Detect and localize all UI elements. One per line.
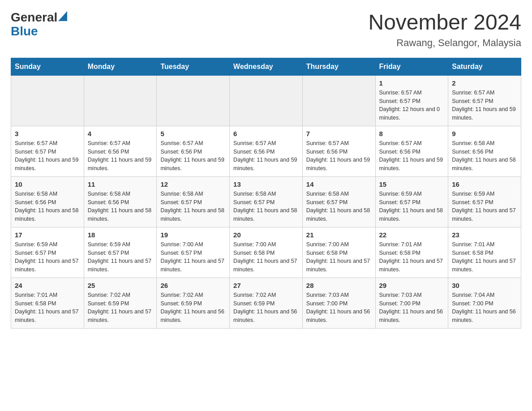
- calendar-cell: 14Sunrise: 6:58 AMSunset: 6:57 PMDayligh…: [302, 176, 375, 227]
- calendar-cell: 27Sunrise: 7:02 AMSunset: 6:59 PMDayligh…: [230, 278, 303, 328]
- day-info: Sunrise: 7:00 AMSunset: 6:57 PMDaylight:…: [160, 240, 226, 274]
- day-info: Sunrise: 7:02 AMSunset: 6:59 PMDaylight:…: [88, 291, 153, 325]
- calendar-cell: 29Sunrise: 7:03 AMSunset: 7:00 PMDayligh…: [375, 278, 448, 328]
- day-number: 1: [379, 79, 445, 87]
- day-info: Sunrise: 7:02 AMSunset: 6:59 PMDaylight:…: [160, 291, 226, 325]
- calendar-cell: 10Sunrise: 6:58 AMSunset: 6:56 PMDayligh…: [11, 176, 84, 227]
- day-number: 23: [452, 231, 517, 239]
- day-number: 11: [88, 180, 153, 188]
- calendar-cell: 12Sunrise: 6:58 AMSunset: 6:57 PMDayligh…: [157, 176, 230, 227]
- svg-marker-0: [58, 11, 67, 21]
- day-header-thursday: Thursday: [302, 58, 375, 75]
- day-info: Sunrise: 6:58 AMSunset: 6:57 PMDaylight:…: [160, 190, 226, 223]
- calendar-week-row: 24Sunrise: 7:01 AMSunset: 6:58 PMDayligh…: [11, 278, 521, 328]
- page-header: General Blue November 2024 Rawang, Selan…: [11, 11, 521, 49]
- day-info: Sunrise: 6:57 AMSunset: 6:57 PMDaylight:…: [452, 89, 517, 122]
- day-info: Sunrise: 6:59 AMSunset: 6:57 PMDaylight:…: [15, 240, 80, 274]
- day-info: Sunrise: 6:57 AMSunset: 6:56 PMDaylight:…: [379, 139, 445, 173]
- day-info: Sunrise: 7:03 AMSunset: 7:00 PMDaylight:…: [379, 291, 445, 325]
- day-number: 6: [233, 130, 299, 137]
- day-info: Sunrise: 7:02 AMSunset: 6:59 PMDaylight:…: [233, 291, 299, 325]
- day-header-tuesday: Tuesday: [157, 58, 230, 75]
- calendar-cell: 6Sunrise: 6:57 AMSunset: 6:56 PMDaylight…: [230, 126, 303, 176]
- day-info: Sunrise: 6:57 AMSunset: 6:56 PMDaylight:…: [233, 139, 299, 173]
- calendar-cell: 2Sunrise: 6:57 AMSunset: 6:57 PMDaylight…: [448, 75, 521, 126]
- calendar-cell: 9Sunrise: 6:58 AMSunset: 6:56 PMDaylight…: [448, 126, 521, 176]
- calendar-cell: [230, 75, 303, 126]
- day-header-sunday: Sunday: [11, 58, 84, 75]
- day-number: 14: [306, 180, 372, 188]
- day-number: 25: [88, 282, 153, 289]
- calendar-cell: 17Sunrise: 6:59 AMSunset: 6:57 PMDayligh…: [11, 227, 84, 278]
- day-info: Sunrise: 7:00 AMSunset: 6:58 PMDaylight:…: [306, 240, 372, 274]
- day-number: 19: [160, 231, 226, 239]
- calendar-cell: 13Sunrise: 6:58 AMSunset: 6:57 PMDayligh…: [230, 176, 303, 227]
- calendar-cell: 18Sunrise: 6:59 AMSunset: 6:57 PMDayligh…: [84, 227, 157, 278]
- calendar-cell: [157, 75, 230, 126]
- day-info: Sunrise: 6:58 AMSunset: 6:56 PMDaylight:…: [15, 190, 80, 223]
- calendar-cell: 23Sunrise: 7:01 AMSunset: 6:58 PMDayligh…: [448, 227, 521, 278]
- day-info: Sunrise: 6:59 AMSunset: 6:57 PMDaylight:…: [452, 190, 517, 223]
- calendar-cell: 3Sunrise: 6:57 AMSunset: 6:57 PMDaylight…: [11, 126, 84, 176]
- day-header-monday: Monday: [84, 58, 157, 75]
- logo-general: General: [11, 11, 57, 25]
- day-header-friday: Friday: [375, 58, 448, 75]
- month-title: November 2024: [368, 11, 521, 34]
- day-number: 9: [452, 130, 517, 137]
- title-block: November 2024 Rawang, Selangor, Malaysia: [368, 11, 521, 49]
- day-number: 15: [379, 180, 445, 188]
- day-info: Sunrise: 7:00 AMSunset: 6:58 PMDaylight:…: [233, 240, 299, 274]
- day-number: 26: [160, 282, 226, 289]
- calendar-table: SundayMondayTuesdayWednesdayThursdayFrid…: [11, 58, 521, 329]
- day-number: 10: [15, 180, 80, 188]
- calendar-cell: 5Sunrise: 6:57 AMSunset: 6:56 PMDaylight…: [157, 126, 230, 176]
- calendar-cell: 26Sunrise: 7:02 AMSunset: 6:59 PMDayligh…: [157, 278, 230, 328]
- day-number: 30: [452, 282, 517, 289]
- day-number: 29: [379, 282, 445, 289]
- day-number: 4: [88, 130, 153, 137]
- calendar-week-row: 10Sunrise: 6:58 AMSunset: 6:56 PMDayligh…: [11, 176, 521, 227]
- day-info: Sunrise: 6:59 AMSunset: 6:57 PMDaylight:…: [379, 190, 445, 223]
- day-number: 13: [233, 180, 299, 188]
- calendar-cell: 19Sunrise: 7:00 AMSunset: 6:57 PMDayligh…: [157, 227, 230, 278]
- day-info: Sunrise: 6:57 AMSunset: 6:57 PMDaylight:…: [15, 139, 80, 173]
- calendar-cell: 22Sunrise: 7:01 AMSunset: 6:58 PMDayligh…: [375, 227, 448, 278]
- calendar-cell: 20Sunrise: 7:00 AMSunset: 6:58 PMDayligh…: [230, 227, 303, 278]
- calendar-cell: 15Sunrise: 6:59 AMSunset: 6:57 PMDayligh…: [375, 176, 448, 227]
- logo-blue: Blue: [11, 24, 38, 38]
- day-number: 21: [306, 231, 372, 239]
- day-info: Sunrise: 6:58 AMSunset: 6:57 PMDaylight:…: [306, 190, 372, 223]
- logo: General Blue: [11, 11, 67, 39]
- calendar-week-row: 1Sunrise: 6:57 AMSunset: 6:57 PMDaylight…: [11, 75, 521, 126]
- day-number: 18: [88, 231, 153, 239]
- calendar-cell: 24Sunrise: 7:01 AMSunset: 6:58 PMDayligh…: [11, 278, 84, 328]
- calendar-header-row: SundayMondayTuesdayWednesdayThursdayFrid…: [11, 58, 521, 75]
- day-info: Sunrise: 6:58 AMSunset: 6:56 PMDaylight:…: [88, 190, 153, 223]
- day-info: Sunrise: 6:58 AMSunset: 6:56 PMDaylight:…: [452, 139, 517, 173]
- day-info: Sunrise: 6:57 AMSunset: 6:56 PMDaylight:…: [88, 139, 153, 173]
- logo-triangle-icon: [58, 11, 67, 21]
- day-number: 8: [379, 130, 445, 137]
- day-header-wednesday: Wednesday: [230, 58, 303, 75]
- calendar-cell: 1Sunrise: 6:57 AMSunset: 6:57 PMDaylight…: [375, 75, 448, 126]
- calendar-week-row: 17Sunrise: 6:59 AMSunset: 6:57 PMDayligh…: [11, 227, 521, 278]
- day-info: Sunrise: 6:57 AMSunset: 6:57 PMDaylight:…: [379, 89, 445, 122]
- calendar-cell: 30Sunrise: 7:04 AMSunset: 7:00 PMDayligh…: [448, 278, 521, 328]
- day-number: 16: [452, 180, 517, 188]
- day-number: 3: [15, 130, 80, 137]
- calendar-cell: 28Sunrise: 7:03 AMSunset: 7:00 PMDayligh…: [302, 278, 375, 328]
- calendar-cell: 4Sunrise: 6:57 AMSunset: 6:56 PMDaylight…: [84, 126, 157, 176]
- day-info: Sunrise: 6:57 AMSunset: 6:56 PMDaylight:…: [306, 139, 372, 173]
- day-number: 22: [379, 231, 445, 239]
- location-title: Rawang, Selangor, Malaysia: [368, 37, 521, 49]
- day-number: 12: [160, 180, 226, 188]
- day-info: Sunrise: 6:57 AMSunset: 6:56 PMDaylight:…: [160, 139, 226, 173]
- day-info: Sunrise: 6:58 AMSunset: 6:57 PMDaylight:…: [233, 190, 299, 223]
- day-info: Sunrise: 6:59 AMSunset: 6:57 PMDaylight:…: [88, 240, 153, 274]
- calendar-cell: [84, 75, 157, 126]
- calendar-cell: 7Sunrise: 6:57 AMSunset: 6:56 PMDaylight…: [302, 126, 375, 176]
- day-number: 24: [15, 282, 80, 289]
- day-info: Sunrise: 7:03 AMSunset: 7:00 PMDaylight:…: [306, 291, 372, 325]
- day-number: 5: [160, 130, 226, 137]
- calendar-cell: [302, 75, 375, 126]
